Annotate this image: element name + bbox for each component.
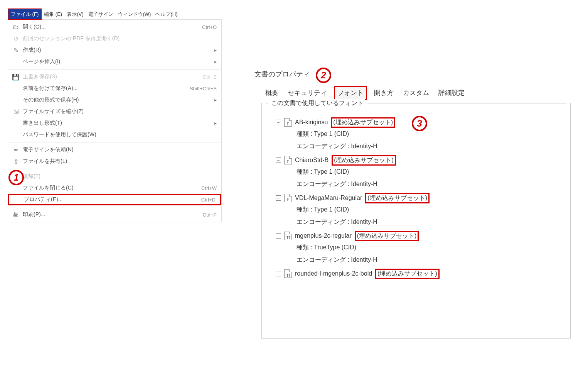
menubar-item-view[interactable]: 表示(V) xyxy=(64,10,86,19)
menubar-item-help[interactable]: ヘルプ(H) xyxy=(153,10,180,19)
fonts-group-title: この文書で使用しているフォント xyxy=(270,99,365,107)
font-row[interactable]: −TTrounded-l-mgenplus-2c-bold (埋め込みサブセット… xyxy=(276,268,570,279)
menubar-item-file[interactable]: ファイル (F) xyxy=(8,8,42,20)
menu-open[interactable]: 🗁 開く(O)... Ctrl+O xyxy=(8,21,221,33)
menu-insert-page[interactable]: ページを挿入(I) ▸ xyxy=(8,56,221,68)
dialog-title: 文書のプロパティ xyxy=(254,69,571,86)
font-encoding: エンコーディング : Identity-H xyxy=(297,216,570,228)
signature-icon: ✒ xyxy=(11,146,20,154)
font-encoding: エンコーディング : Identity-H xyxy=(297,140,570,152)
menu-reduce-size[interactable]: ⇲ ファイルサイズを縮小(Z) xyxy=(8,106,221,117)
print-icon: 🖶 xyxy=(11,211,20,218)
type1-font-icon: F xyxy=(284,118,292,127)
font-detail: 種類 : Type 1 (CID)エンコーディング : Identity-H xyxy=(276,203,570,228)
font-encoding: エンコーディング : Identity-H xyxy=(297,254,570,266)
menu-export[interactable]: 書き出し形式(T) ▸ xyxy=(8,117,221,129)
chevron-right-icon: ▸ xyxy=(212,120,217,126)
type1-font-icon: F xyxy=(284,194,292,202)
chevron-right-icon: ▸ xyxy=(212,47,217,53)
tab-advanced[interactable]: 詳細設定 xyxy=(436,87,467,99)
menu-save: 💾 上書き保存(S) Ctrl+S xyxy=(8,71,221,83)
font-node: −FVDL-MegaMaru-Regular (埋め込みサブセット)種類 : T… xyxy=(276,193,570,228)
tab-initial[interactable]: 開き方 xyxy=(372,87,396,99)
embedded-subset-label: (埋め込みサブセット) xyxy=(365,193,430,203)
menu-create[interactable]: ✎ 作成(R) ▸ xyxy=(8,44,221,56)
share-icon: ⇪ xyxy=(11,158,20,165)
tab-custom[interactable]: カスタム xyxy=(401,87,431,99)
annotation-3: 3 xyxy=(412,116,427,131)
file-dropdown: 🗁 開く(O)... Ctrl+O ↺ 前回のセッションの PDF を再度開く(… xyxy=(8,19,222,222)
properties-dialog: 文書のプロパティ 概要 セキュリティ フォント 開き方 カスタム 詳細設定 この… xyxy=(254,69,571,339)
font-detail: 種類 : Type 1 (CID)エンコーディング : Identity-H xyxy=(276,128,570,152)
collapse-icon[interactable]: − xyxy=(276,233,281,239)
fonts-group: この文書で使用しているフォント −FAB-kirigirisu (埋め込みサブセ… xyxy=(261,103,571,339)
menubar-item-edit[interactable]: 編集 (E) xyxy=(42,10,64,19)
font-type: 種類 : Type 1 (CID) xyxy=(297,203,570,216)
font-name: ChiaroStd-B xyxy=(295,157,329,164)
font-type: 種類 : Type 1 (CID) xyxy=(297,128,570,140)
dialog-tabs: 概要 セキュリティ フォント 開き方 カスタム 詳細設定 xyxy=(254,86,571,100)
embedded-subset-label: (埋め込みサブセット) xyxy=(331,117,395,128)
chevron-right-icon: ▸ xyxy=(212,97,217,103)
collapse-icon[interactable]: − xyxy=(276,195,281,201)
embedded-subset-label: (埋め込みサブセット) xyxy=(332,155,396,166)
embedded-subset-label: (埋め込みサブセット) xyxy=(355,231,419,241)
menu-revert: 復帰(T) xyxy=(8,171,221,182)
font-name: rounded-l-mgenplus-2c-bold xyxy=(295,270,372,277)
menu-save-as[interactable]: 名前を付けて保存(A)... Shift+Ctrl+S xyxy=(8,83,221,94)
font-detail: 種類 : Type 1 (CID)エンコーディング : Identity-H xyxy=(276,166,570,190)
menubar-item-window[interactable]: ウィンドウ(W) xyxy=(116,10,153,19)
font-node: −FChiaroStd-B (埋め込みサブセット)種類 : Type 1 (CI… xyxy=(276,155,570,190)
font-row[interactable]: −TTmgenplus-2c-regular (埋め込みサブセット) xyxy=(276,230,570,241)
menubar-item-esign[interactable]: 電子サイン xyxy=(86,10,116,19)
collapse-icon[interactable]: − xyxy=(276,120,281,125)
font-node: −TTmgenplus-2c-regular (埋め込みサブセット)種類 : T… xyxy=(276,230,570,266)
font-row[interactable]: −FVDL-MegaMaru-Regular (埋め込みサブセット) xyxy=(276,193,570,203)
font-type: 種類 : Type 1 (CID) xyxy=(297,166,570,178)
type1-font-icon: F xyxy=(284,156,292,164)
menu-close[interactable]: ファイルを閉じる(C) Ctrl+W xyxy=(8,182,221,194)
font-name: AB-kirigirisu xyxy=(295,119,328,126)
create-icon: ✎ xyxy=(11,47,20,54)
truetype-font-icon: TT xyxy=(284,269,292,278)
file-menu-panel: ファイル (F) 編集 (E) 表示(V) 電子サイン ウィンドウ(W) ヘルプ… xyxy=(8,10,225,222)
menu-protect[interactable]: パスワードを使用して保護(W) xyxy=(8,129,221,141)
menu-properties[interactable]: プロパティ(E)... Ctrl+D xyxy=(8,194,221,205)
menu-request-sign[interactable]: ✒ 電子サインを依頼(N) xyxy=(8,144,221,156)
font-tree: −FAB-kirigirisu (埋め込みサブセット)種類 : Type 1 (… xyxy=(262,117,570,279)
tab-security[interactable]: セキュリティ xyxy=(285,87,329,99)
font-detail: 種類 : TrueType (CID)エンコーディング : Identity-H xyxy=(276,241,570,266)
embedded-subset-label: (埋め込みサブセット) xyxy=(375,269,440,279)
font-encoding: エンコーディング : Identity-H xyxy=(297,178,570,190)
folder-open-icon: 🗁 xyxy=(11,24,20,30)
font-row[interactable]: −FChiaroStd-B (埋め込みサブセット) xyxy=(276,155,570,166)
font-name: mgenplus-2c-regular xyxy=(295,232,352,239)
font-type: 種類 : TrueType (CID) xyxy=(297,241,570,254)
font-node: −TTrounded-l-mgenplus-2c-bold (埋め込みサブセット… xyxy=(276,268,570,279)
truetype-font-icon: TT xyxy=(284,232,292,240)
chevron-right-icon: ▸ xyxy=(212,59,217,64)
menu-print[interactable]: 🖶 印刷(P)... Ctrl+P xyxy=(8,209,221,220)
annotation-2: 2 xyxy=(316,68,331,83)
menubar: ファイル (F) 編集 (E) 表示(V) 電子サイン ウィンドウ(W) ヘルプ… xyxy=(8,10,225,19)
reduce-icon: ⇲ xyxy=(11,108,20,115)
tab-overview[interactable]: 概要 xyxy=(263,87,281,99)
save-icon: 💾 xyxy=(11,73,20,81)
font-name: VDL-MegaMaru-Regular xyxy=(295,195,362,201)
collapse-icon[interactable]: − xyxy=(276,271,281,276)
menu-save-other[interactable]: その他の形式で保存(H) ▸ xyxy=(8,94,221,106)
annotation-1: 1 xyxy=(8,170,24,185)
tab-font[interactable]: フォント xyxy=(334,86,367,100)
collapse-icon[interactable]: − xyxy=(276,157,281,163)
menu-share[interactable]: ⇪ ファイルを共有(L) xyxy=(8,156,221,167)
history-icon: ↺ xyxy=(11,35,20,42)
menu-reopen-last: ↺ 前回のセッションの PDF を再度開く(D) xyxy=(8,33,221,44)
